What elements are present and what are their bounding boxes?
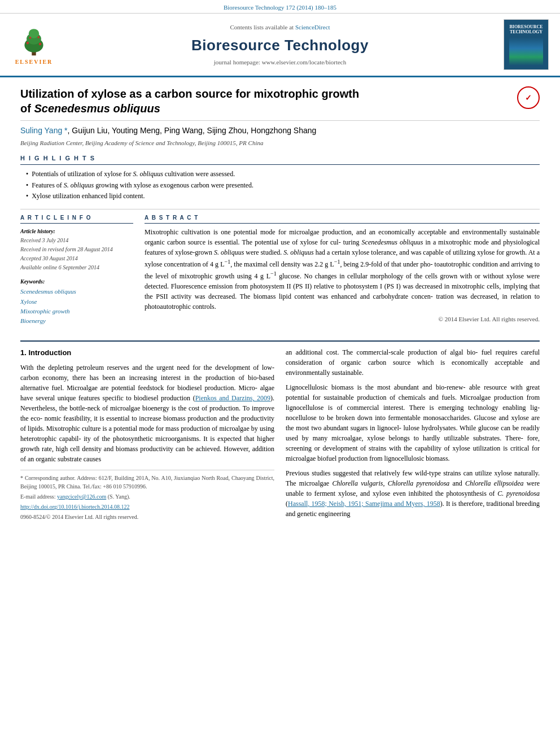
sciencedirect-link[interactable]: ScienceDirect [295, 24, 330, 30]
intro-section-title: 1. Introduction [20, 347, 274, 359]
article-info-header: A R T I C L E I N F O [20, 214, 133, 224]
footnote-corresponding: * Corresponding author. Address: 612/F, … [20, 474, 274, 491]
author-guijun-liu: Guijun Liu, Youting Meng, Ping Wang, Sij… [72, 126, 316, 135]
affiliation: Beijing Radiation Center, Beijing Academ… [20, 139, 540, 147]
footnote-issn: 0960-8524/© 2014 Elsevier Ltd. All right… [20, 513, 274, 521]
svg-point-5 [39, 43, 42, 46]
pienkos-ref-link[interactable]: Pienkos and Darzins, 2009 [195, 394, 270, 402]
abstract-text: Mixotrophic cultivation is one potential… [145, 227, 540, 312]
abstract-column: A B S T R A C T Mixotrophic cultivation … [145, 214, 540, 331]
keyword-item: Xylose [20, 298, 133, 306]
elsevier-text: ELSEVIER [15, 58, 53, 66]
journal-header: ELSEVIER Contents lists available at Sci… [0, 14, 560, 77]
article-title-section: Utilization of xylose as a carbon source… [20, 86, 540, 121]
intro-paragraph-3: Lignocellulosic biomass is the most abun… [286, 382, 540, 464]
keyword-item: Scenedesmus obliquus [20, 287, 133, 296]
journal-center: Contents lists available at ScienceDirec… [56, 23, 504, 67]
highlights-list: Potentials of utilization of xylose for … [20, 169, 540, 201]
journal-citation-bar: Bioresource Technology 172 (2014) 180–18… [0, 0, 560, 14]
main-separator [20, 340, 540, 342]
highlight-item: Potentials of utilization of xylose for … [26, 169, 540, 179]
footnote-doi: http://dx.doi.org/10.1016/j.biortech.201… [20, 503, 274, 511]
article-title: Utilization of xylose as a carbon source… [20, 86, 517, 116]
crossmark-badge: ✓ [517, 86, 540, 109]
elsevier-logo: ELSEVIER [11, 23, 56, 66]
intro-paragraph-4: Previous studies suggested that relative… [286, 468, 540, 519]
svg-point-7 [37, 36, 40, 38]
footnote-email: E-mail address: yangcicely@126.com (S. Y… [20, 492, 274, 501]
keywords-list: Scenedesmus obliquus Xylose Mixotrophic … [20, 287, 133, 326]
hassall-ref-link[interactable]: Hassall, 1958; Neish, 1951; Samejima and… [288, 500, 440, 508]
journal-cover-image: BIORESOURCE TECHNOLOGY [504, 19, 549, 70]
body-right-column: an additional cost. The commercial-scale… [286, 347, 540, 523]
keywords-section: Keywords: Scenedesmus obliquus Xylose Mi… [20, 278, 133, 326]
body-left-column: 1. Introduction With the depleting petro… [20, 347, 274, 523]
journal-homepage: journal homepage: www.elsevier.com/locat… [56, 58, 504, 67]
email-link[interactable]: yangcicely@126.com [57, 493, 106, 500]
sciencedirect-line: Contents lists available at ScienceDirec… [56, 23, 504, 32]
doi-link[interactable]: http://dx.doi.org/10.1016/j.biortech.201… [20, 504, 129, 510]
intro-paragraph-1: With the depleting petroleum reserves an… [20, 362, 274, 464]
highlight-item: Features of S. obliquus growing with xyl… [26, 181, 540, 190]
highlight-item: Xylose utilization enhanced lipid conten… [26, 191, 540, 201]
article-title-italic: Scenedesmus obliquus [34, 102, 160, 115]
author-suling-yang[interactable]: Suling Yang * [20, 126, 68, 135]
article-info-abstract: A R T I C L E I N F O Article history: R… [20, 214, 540, 331]
journal-title: Bioresource Technology [56, 35, 504, 55]
svg-point-6 [29, 37, 32, 39]
article-info-column: A R T I C L E I N F O Article history: R… [20, 214, 133, 331]
intro-paragraph-2: an additional cost. The commercial-scale… [286, 347, 540, 378]
separator [20, 209, 540, 209]
abstract-header: A B S T R A C T [145, 214, 540, 224]
svg-point-4 [27, 42, 29, 45]
highlights-section: H I G H L I G H T S Potentials of utiliz… [20, 154, 540, 201]
article-content: Utilization of xylose as a carbon source… [0, 77, 560, 532]
copyright: © 2014 Elsevier Ltd. All rights reserved… [145, 315, 540, 324]
keyword-item: Mixotrophic growth [20, 307, 133, 316]
highlights-header: H I G H L I G H T S [20, 154, 540, 164]
keyword-item: Bioenergy [20, 317, 133, 325]
keywords-label: Keywords: [20, 278, 133, 286]
authors-line: Suling Yang *, Guijun Liu, Youting Meng,… [20, 125, 540, 137]
journal-citation-text: Bioresource Technology 172 (2014) 180–18… [224, 4, 336, 11]
article-history: Article history: Received 3 July 2014 Re… [20, 227, 133, 272]
elsevier-tree-icon [11, 23, 56, 57]
footnotes: * Corresponding author. Address: 612/F, … [20, 470, 274, 521]
body-content: 1. Introduction With the depleting petro… [20, 347, 540, 523]
